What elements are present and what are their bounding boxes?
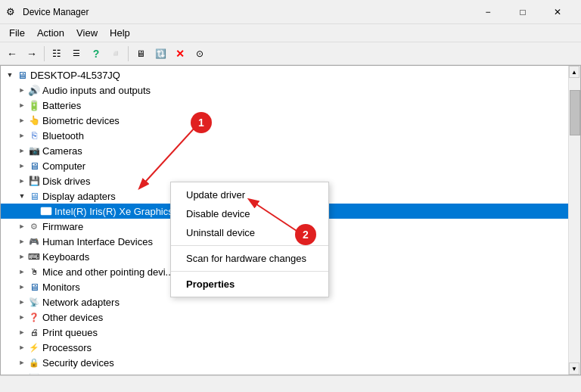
tree-label-keyboards: Keyboards bbox=[42, 251, 89, 263]
tree-label-firmware: Firmware bbox=[42, 221, 83, 232]
toolbar: ← → ☷ ☰ ? ◽ 🖥 🔃 ✕ ⊙ bbox=[0, 42, 581, 65]
keyboard-icon: ⌨ bbox=[28, 250, 40, 263]
scroll-thumb[interactable] bbox=[570, 90, 580, 135]
tree-label-otherdevices: Other devices bbox=[42, 312, 103, 323]
expand-arrow-cameras: ► bbox=[16, 145, 28, 157]
expand-arrow-inteliris bbox=[28, 205, 40, 217]
monitor-button[interactable]: 🖥 bbox=[132, 45, 150, 63]
expand-arrow-diskdrives: ► bbox=[16, 175, 28, 187]
camera-icon: 📷 bbox=[28, 145, 40, 157]
menu-action[interactable]: Action bbox=[31, 26, 70, 40]
tree-item-processors[interactable]: ► ⚡ Processors bbox=[1, 340, 568, 355]
firmware-icon: ⚙ bbox=[28, 220, 40, 232]
expand-arrow-processors: ► bbox=[16, 341, 28, 353]
tree-label-cameras: Cameras bbox=[42, 145, 82, 157]
app-icon: ⚙ bbox=[6, 6, 18, 18]
expand-arrow-batteries: ► bbox=[16, 99, 28, 111]
menu-bar: File Action View Help bbox=[0, 24, 581, 42]
tree-item-computer[interactable]: ► 🖥 Computer bbox=[1, 158, 568, 173]
expand-arrow-sensors: ► bbox=[16, 372, 28, 375]
maximize-button[interactable]: □ bbox=[505, 0, 540, 24]
expand-arrow-root: ▼ bbox=[4, 69, 16, 81]
help-button[interactable]: ? bbox=[87, 45, 105, 63]
context-menu-update-driver[interactable]: Update driver bbox=[171, 185, 328, 204]
tree-item-cameras[interactable]: ► 📷 Cameras bbox=[1, 143, 568, 158]
scroll-up-button[interactable]: ▲ bbox=[569, 66, 579, 78]
title-bar-left: ⚙ Device Manager bbox=[6, 6, 89, 18]
scrollbar[interactable]: ▲ ▼ bbox=[568, 66, 580, 375]
display-icon: 🖥 bbox=[28, 190, 40, 202]
expand-arrow-security: ► bbox=[16, 356, 28, 369]
expand-arrow-computer: ► bbox=[16, 160, 28, 172]
toolbar-separator-2 bbox=[128, 46, 129, 61]
window-controls: − □ ✕ bbox=[471, 0, 575, 24]
network-icon: 📡 bbox=[28, 296, 40, 308]
expand-arrow-biometric: ► bbox=[16, 114, 28, 126]
tree-label-hid: Human Interface Devices bbox=[42, 236, 153, 247]
computer2-icon: 🖥 bbox=[28, 160, 40, 172]
tree-label-root: DESKTOP-4L537JQ bbox=[30, 70, 120, 81]
tree-item-audio[interactable]: ► 🔊 Audio inputs and outputs bbox=[1, 82, 568, 98]
svg-rect-1 bbox=[42, 209, 50, 213]
minimize-button[interactable]: − bbox=[471, 0, 505, 24]
tree-item-bluetooth[interactable]: ► ⎘ Bluetooth bbox=[1, 128, 568, 143]
update-toolbar-button[interactable]: ⊙ bbox=[191, 45, 209, 63]
tree-label-diskdrives: Disk drives bbox=[42, 176, 91, 187]
details-button[interactable]: ☰ bbox=[67, 45, 85, 63]
uninstall-toolbar-button[interactable]: ✕ bbox=[171, 45, 189, 63]
tree-label-computer: Computer bbox=[42, 160, 85, 172]
context-menu-disable-device[interactable]: Disable device bbox=[171, 204, 328, 223]
tree-item-batteries[interactable]: ► 🔋 Batteries bbox=[1, 98, 568, 113]
biometric-icon: 👆 bbox=[28, 114, 40, 126]
context-menu-separator-1 bbox=[171, 245, 328, 246]
tree-item-security[interactable]: ► 🔒 Security devices bbox=[1, 355, 568, 370]
tree-label-displayadapters: Display adapters bbox=[42, 191, 116, 202]
context-menu: Update driver Disable device Uninstall d… bbox=[170, 182, 329, 297]
window-title: Device Manager bbox=[23, 7, 89, 17]
computer-icon: 🖥 bbox=[16, 69, 28, 81]
expand-arrow-audio: ► bbox=[16, 84, 28, 96]
tree-item-root[interactable]: ▼ 🖥 DESKTOP-4L537JQ bbox=[1, 67, 568, 82]
resources-button[interactable]: ◽ bbox=[107, 45, 125, 63]
mouse-icon: 🖱 bbox=[28, 266, 40, 278]
context-menu-separator-2 bbox=[171, 271, 328, 272]
audio-icon: 🔊 bbox=[28, 84, 40, 96]
tree-label-sensors: Sensors bbox=[42, 372, 79, 375]
scroll-down-button[interactable]: ▼ bbox=[569, 362, 579, 375]
tree-item-otherdevices[interactable]: ► ❓ Other devices bbox=[1, 310, 568, 325]
menu-view[interactable]: View bbox=[70, 26, 104, 40]
properties-button[interactable]: ☷ bbox=[48, 45, 66, 63]
context-menu-uninstall-device[interactable]: Uninstall device bbox=[171, 223, 328, 242]
forward-button[interactable]: → bbox=[23, 45, 41, 63]
disk-icon: 💾 bbox=[28, 175, 40, 187]
menu-help[interactable]: Help bbox=[104, 26, 136, 40]
tree-item-biometric[interactable]: ► 👆 Biometric devices bbox=[1, 113, 568, 128]
other-icon: ❓ bbox=[28, 311, 40, 323]
close-button[interactable]: ✕ bbox=[540, 0, 575, 24]
tree-label-monitors: Monitors bbox=[42, 282, 80, 293]
expand-arrow-other: ► bbox=[16, 311, 28, 323]
scan-button[interactable]: 🔃 bbox=[151, 45, 169, 63]
tree-label-inteliris: Intel(R) Iris(R) Xe Graphics bbox=[54, 206, 173, 217]
cpu-icon: ⚡ bbox=[28, 341, 40, 353]
context-menu-properties[interactable]: Properties bbox=[171, 275, 328, 294]
tree-label-bluetooth: Bluetooth bbox=[42, 130, 84, 142]
menu-file[interactable]: File bbox=[3, 26, 31, 40]
expand-arrow-monitors: ► bbox=[16, 281, 28, 293]
tree-label-mice: Mice and other pointing devi... bbox=[42, 266, 173, 278]
expand-arrow-display: ▼ bbox=[16, 190, 28, 202]
expand-arrow-hid: ► bbox=[16, 235, 28, 247]
back-button[interactable]: ← bbox=[3, 45, 21, 63]
monitor-icon: 🖥 bbox=[28, 281, 40, 293]
expand-arrow-network: ► bbox=[16, 296, 28, 308]
toolbar-separator-1 bbox=[44, 46, 45, 61]
tree-label-printqueues: Print queues bbox=[42, 327, 98, 338]
status-bar bbox=[0, 375, 581, 392]
expand-arrow-mice: ► bbox=[16, 266, 28, 278]
hid-icon: 🎮 bbox=[28, 235, 40, 247]
tree-label-audio: Audio inputs and outputs bbox=[42, 85, 151, 96]
context-menu-scan[interactable]: Scan for hardware changes bbox=[171, 249, 328, 268]
tree-label-batteries: Batteries bbox=[42, 100, 81, 111]
tree-item-printqueues[interactable]: ► 🖨 Print queues bbox=[1, 325, 568, 340]
tree-item-sensors[interactable]: ► 📊 Sensors bbox=[1, 370, 568, 375]
